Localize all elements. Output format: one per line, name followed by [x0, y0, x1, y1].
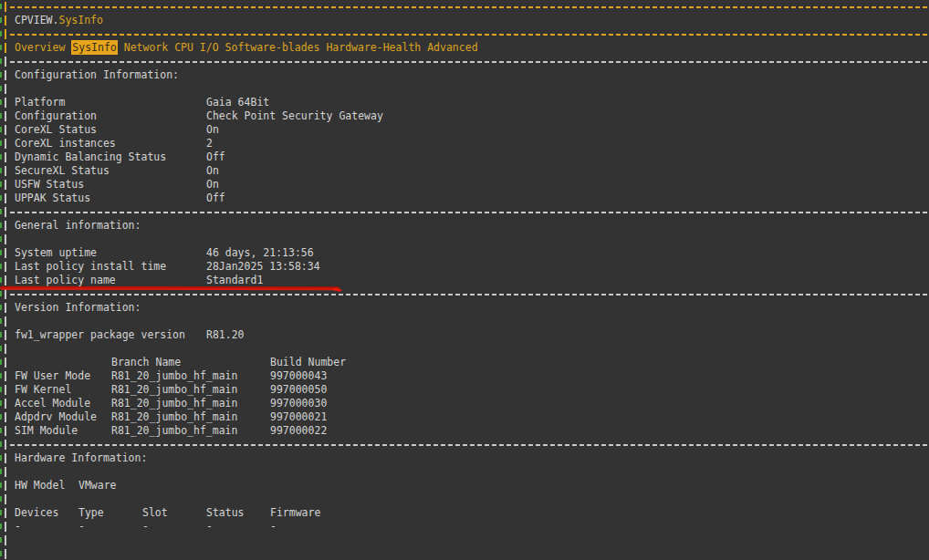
section-heading: Version Information: [15, 301, 141, 315]
row-value: 2 [206, 137, 213, 150]
row-value: Check Point Security Gateway [206, 109, 383, 123]
row-value: VMware [78, 479, 117, 493]
config-row: Platform Gaia 64Bit [0, 96, 929, 109]
tab-bar: Overview SysInfo Network CPU I/O Softwar… [15, 41, 478, 55]
module-name: Adpdrv Module [15, 410, 97, 424]
version-table-row: FW Kernel R81_20_jumbo_hf_main 997000050 [0, 383, 929, 397]
tab-software-blades[interactable]: Software-blades [225, 41, 320, 54]
row-value: R81.20 [206, 328, 245, 342]
separator [0, 438, 929, 451]
branch-name: R81_20_jumbo_hf_main [111, 410, 237, 424]
hardware-table-row: - - - - - [0, 520, 929, 534]
cell-slot: - [142, 520, 149, 534]
module-name: FW User Mode [15, 369, 90, 383]
row-label: System uptime [15, 246, 97, 260]
build-number: 997000022 [270, 424, 327, 438]
dashed-line [10, 61, 928, 63]
column-header-type: Type [78, 506, 104, 520]
column-header-slot: Slot [142, 506, 168, 520]
row-value: Standard1 [206, 274, 263, 287]
general-section-heading-row: General information: [0, 219, 929, 233]
dashed-line [10, 34, 928, 36]
version-table-row: Accel Module R81_20_jumbo_hf_main 997000… [0, 397, 929, 410]
dashed-line [10, 444, 928, 446]
blank-row [0, 493, 929, 506]
row-value: On [206, 164, 219, 178]
row-value: On [206, 123, 219, 137]
version-table-row: SIM Module R81_20_jumbo_hf_main 99700002… [0, 424, 929, 438]
row-label: SecureXL Status [15, 164, 110, 178]
title-view: SysInfo [58, 14, 102, 26]
blank-row [0, 315, 929, 328]
row-value: Gaia 64Bit [206, 96, 269, 109]
column-header-status: Status [206, 506, 245, 520]
cell-devices: - [15, 520, 21, 534]
row-label: Configuration [15, 109, 97, 123]
version-table-row: Adpdrv Module R81_20_jumbo_hf_main 99700… [0, 410, 929, 424]
blank-row [0, 534, 929, 547]
row-label: CoreXL Status [15, 123, 97, 137]
dashed-line [10, 212, 928, 213]
config-row: Configuration Check Point Security Gatew… [0, 109, 929, 123]
tab-sysinfo-active[interactable]: SysInfo [71, 40, 117, 55]
row-label: Dynamic Balancing Status [15, 150, 166, 164]
blank-row [0, 342, 929, 356]
config-row: UPPAK Status Off [0, 192, 929, 205]
module-name: SIM Module [15, 424, 78, 438]
separator-top [0, 0, 929, 14]
column-header-build: Build Number [270, 356, 346, 369]
row-value: Off [206, 192, 225, 205]
branch-name: R81_20_jumbo_hf_main [111, 369, 237, 383]
blank-row [0, 465, 929, 479]
tab-overview[interactable]: Overview [15, 41, 65, 54]
row-value: 28Jan2025 13:58:34 [206, 260, 320, 274]
section-heading: Hardware Information: [15, 451, 147, 465]
separator-below-title [0, 27, 929, 41]
cell-firmware: - [270, 520, 277, 534]
version-table-row: FW User Mode R81_20_jumbo_hf_main 997000… [0, 369, 929, 383]
column-header-firmware: Firmware [270, 506, 320, 520]
tab-row: Overview SysInfo Network CPU I/O Softwar… [0, 41, 929, 55]
branch-name: R81_20_jumbo_hf_main [111, 424, 237, 438]
hw-model-row: HW Model VMware [0, 479, 929, 493]
package-version-row: fw1_wrapper package version R81.20 [0, 328, 929, 342]
build-number: 997000030 [270, 397, 327, 410]
config-row: CoreXL Status On [0, 123, 929, 137]
config-row: USFW Status On [0, 178, 929, 192]
section-heading: Configuration Information: [15, 68, 179, 82]
config-row: SecureXL Status On [0, 164, 929, 178]
general-row: Last policy install time 28Jan2025 13:58… [0, 260, 929, 274]
hardware-section-heading-row: Hardware Information: [0, 451, 929, 465]
general-row: System uptime 46 days, 21:13:56 [0, 246, 929, 260]
column-header-devices: Devices [15, 506, 58, 520]
separator [0, 55, 929, 68]
general-row: Last policy name Standard1 [0, 274, 929, 287]
section-heading: General information: [15, 219, 141, 233]
blank-row [0, 547, 929, 560]
separator [0, 205, 929, 219]
row-value: Off [206, 150, 225, 164]
branch-name: R81_20_jumbo_hf_main [111, 383, 237, 397]
red-underline-annotation [0, 286, 339, 291]
dashed-line [10, 294, 928, 296]
cell-status: - [206, 520, 213, 534]
row-value: 46 days, 21:13:56 [206, 246, 314, 260]
tab-io[interactable]: I/O [200, 41, 219, 54]
build-number: 997000043 [270, 369, 327, 383]
config-row: CoreXL instances 2 [0, 137, 929, 150]
row-label: Last policy install time [15, 260, 166, 274]
row-label: HW Model [15, 479, 65, 493]
title-row: CPVIEW.SysInfo [0, 14, 929, 27]
row-label: USFW Status [15, 178, 84, 192]
tab-hardware-health[interactable]: Hardware-Health [326, 41, 421, 54]
tab-network[interactable]: Network [124, 41, 168, 54]
tab-cpu[interactable]: CPU [174, 41, 193, 54]
build-number: 997000021 [270, 410, 327, 424]
dashed-line [10, 6, 928, 8]
row-label: CoreXL instances [15, 137, 116, 150]
cell-type: - [78, 520, 85, 534]
page-title: CPVIEW.SysInfo [15, 14, 103, 27]
tab-advanced[interactable]: Advanced [427, 41, 477, 54]
blank-row [0, 233, 929, 246]
version-table-header: Branch Name Build Number [0, 356, 929, 369]
